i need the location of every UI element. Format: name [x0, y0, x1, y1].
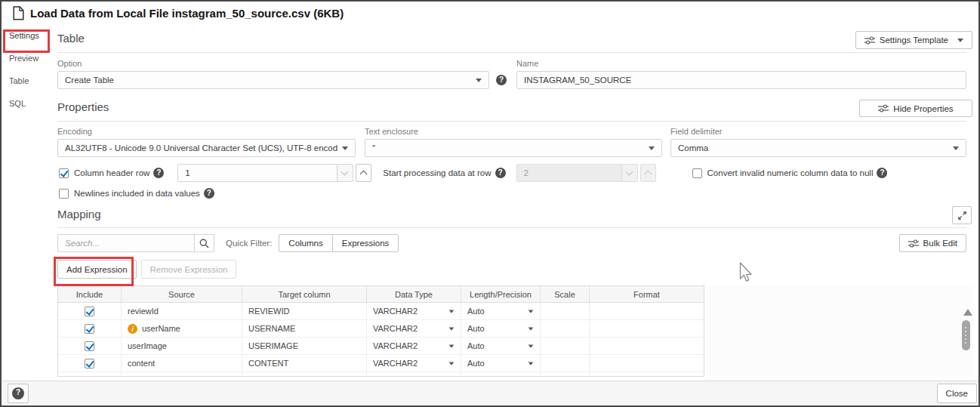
include-checkbox[interactable]: [85, 324, 94, 334]
target-cell[interactable]: USERIMAGE: [242, 338, 367, 355]
scale-cell[interactable]: [541, 372, 590, 377]
scrollbar-thumb[interactable]: [962, 320, 970, 350]
option-label: Option: [57, 59, 510, 68]
warning-icon[interactable]: [128, 324, 137, 334]
section-divider: [57, 121, 966, 122]
length-dropdown[interactable]: Auto: [461, 355, 541, 372]
title-bar: Load Data from Local File instagram_50_s…: [2, 2, 978, 25]
col-header-source[interactable]: Source: [122, 286, 242, 303]
load-data-dialog: Load Data from Local File instagram_50_s…: [0, 0, 980, 407]
column-header-row-checkbox[interactable]: [59, 168, 69, 178]
scale-cell[interactable]: [541, 355, 590, 372]
chevron-down-icon: [449, 362, 455, 365]
scrollbar-up-arrow-icon[interactable]: [963, 309, 972, 316]
convert-invalid-checkbox[interactable]: [692, 168, 702, 178]
length-dropdown[interactable]: Auto: [461, 372, 541, 377]
settings-template-label: Settings Template: [880, 35, 948, 45]
spinner-down-button[interactable]: [337, 164, 353, 182]
column-header-row-input[interactable]: [177, 164, 337, 182]
filter-expressions-button[interactable]: Expressions: [332, 235, 399, 251]
add-expression-button[interactable]: Add Expression: [57, 260, 137, 279]
option-field-group: Option Create Table: [57, 59, 510, 89]
source-cell: reviewId: [122, 303, 242, 320]
search-button[interactable]: [194, 234, 214, 252]
start-processing-label: Start processing data at row: [383, 168, 491, 177]
help-icon[interactable]: [877, 168, 887, 178]
scale-cell[interactable]: [541, 338, 590, 355]
encoding-dropdown[interactable]: AL32UTF8 - Unicode 9.0 Universal Charact…: [57, 139, 356, 157]
filter-columns-button[interactable]: Columns: [279, 235, 331, 251]
bulk-edit-button[interactable]: Bulk Edit: [899, 234, 966, 252]
include-checkbox[interactable]: [85, 359, 94, 368]
scale-cell[interactable]: [541, 320, 590, 338]
search-input[interactable]: [57, 234, 195, 252]
option-dropdown[interactable]: Create Table: [57, 71, 489, 89]
col-header-target[interactable]: Target column: [242, 286, 367, 303]
newlines-option-row: Newlines included in data values: [59, 188, 214, 199]
help-icon[interactable]: [204, 188, 214, 199]
chevron-down-icon: [957, 39, 963, 42]
length-dropdown[interactable]: Auto: [461, 303, 541, 320]
length-dropdown[interactable]: Auto: [461, 320, 541, 338]
sidebar-item-table[interactable]: Table: [2, 69, 48, 92]
convert-invalid-label: Convert invalid numeric column data to n…: [707, 168, 874, 177]
sidebar-item-sql[interactable]: SQL: [2, 92, 48, 115]
close-button[interactable]: Close: [937, 384, 977, 403]
target-cell[interactable]: REVIEWID: [242, 303, 367, 320]
sliders-icon: [908, 239, 919, 248]
datatype-dropdown[interactable]: VARCHAR2: [367, 303, 461, 320]
table-section-heading: Table: [57, 32, 85, 45]
mapping-grid: Include Source Target column Data Type L…: [57, 285, 704, 377]
include-checkbox[interactable]: [85, 376, 94, 378]
expand-button[interactable]: [952, 206, 972, 224]
length-dropdown[interactable]: Auto: [461, 338, 541, 355]
sidebar-item-settings[interactable]: Settings: [2, 24, 48, 47]
datatype-dropdown[interactable]: VARCHAR2: [367, 320, 461, 338]
bulk-edit-label: Bulk Edit: [923, 239, 957, 248]
datatype-dropdown[interactable]: VARCHAR2: [367, 372, 461, 377]
include-checkbox[interactable]: [85, 307, 94, 316]
target-cell[interactable]: USERNAME: [242, 320, 367, 338]
hide-properties-button[interactable]: Hide Properties: [859, 100, 972, 117]
help-icon[interactable]: [153, 168, 164, 178]
chevron-down-icon: [529, 327, 534, 330]
format-cell[interactable]: [590, 372, 704, 377]
remove-expression-button: Remove Expression: [141, 260, 237, 279]
grid-header-row: Include Source Target column Data Type L…: [58, 286, 704, 303]
mapping-section-heading: Mapping: [57, 208, 101, 220]
start-processing-input: [516, 164, 622, 182]
help-icon[interactable]: [495, 168, 506, 178]
scale-cell[interactable]: [541, 303, 590, 320]
include-checkbox[interactable]: [85, 341, 94, 351]
format-cell[interactable]: [590, 320, 704, 338]
text-enclosure-dropdown[interactable]: ": [365, 139, 662, 157]
name-input[interactable]: [516, 71, 966, 89]
settings-template-button[interactable]: Settings Template: [855, 31, 972, 49]
col-header-length[interactable]: Length/Precision: [461, 286, 541, 303]
format-cell[interactable]: [590, 338, 704, 355]
settings-panel: Table Settings Template Option Create Ta…: [48, 24, 978, 381]
col-header-datatype[interactable]: Data Type: [367, 286, 461, 303]
source-cell: score: [122, 372, 242, 377]
col-header-include[interactable]: Include: [58, 286, 122, 303]
table-row: reviewId REVIEWID VARCHAR2 Auto: [58, 303, 704, 320]
newlines-checkbox[interactable]: [59, 189, 69, 199]
sliders-icon: [864, 36, 875, 45]
section-divider: [57, 227, 966, 228]
col-header-scale[interactable]: Scale: [541, 286, 590, 303]
target-cell[interactable]: SCORE: [242, 372, 367, 377]
chevron-down-icon: [449, 327, 455, 330]
field-delimiter-dropdown[interactable]: Comma: [670, 139, 966, 157]
sidebar-item-preview[interactable]: Preview: [2, 47, 48, 69]
col-header-format[interactable]: Format: [590, 286, 704, 303]
help-icon[interactable]: [496, 75, 507, 85]
spinner-up-button[interactable]: [356, 164, 371, 182]
footer-help-button[interactable]: [8, 384, 29, 403]
field-delimiter-value: Comma: [678, 143, 708, 153]
datatype-dropdown[interactable]: VARCHAR2: [367, 355, 461, 372]
target-cell[interactable]: CONTENT: [242, 355, 367, 372]
datatype-dropdown[interactable]: VARCHAR2: [367, 338, 461, 355]
format-cell[interactable]: [590, 355, 704, 372]
table-row: userImage USERIMAGE VARCHAR2 Auto: [58, 338, 704, 355]
format-cell[interactable]: [590, 303, 704, 320]
